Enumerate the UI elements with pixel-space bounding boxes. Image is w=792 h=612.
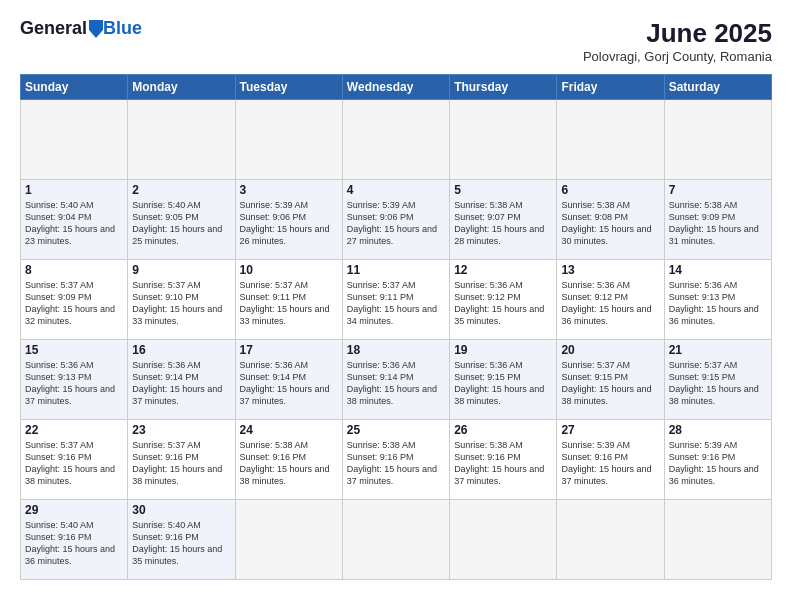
calendar-cell xyxy=(21,100,128,180)
calendar-cell: 3Sunrise: 5:39 AMSunset: 9:06 PMDaylight… xyxy=(235,180,342,260)
calendar-cell: 14Sunrise: 5:36 AMSunset: 9:13 PMDayligh… xyxy=(664,260,771,340)
col-header-sunday: Sunday xyxy=(21,75,128,100)
day-info: Sunrise: 5:38 AMSunset: 9:16 PMDaylight:… xyxy=(240,439,338,488)
day-info: Sunrise: 5:36 AMSunset: 9:14 PMDaylight:… xyxy=(240,359,338,408)
logo-icon xyxy=(89,20,103,38)
logo: General Blue xyxy=(20,18,142,39)
day-info: Sunrise: 5:38 AMSunset: 9:16 PMDaylight:… xyxy=(347,439,445,488)
day-number: 20 xyxy=(561,343,659,357)
calendar-cell xyxy=(235,500,342,580)
day-info: Sunrise: 5:36 AMSunset: 9:13 PMDaylight:… xyxy=(25,359,123,408)
calendar-cell: 10Sunrise: 5:37 AMSunset: 9:11 PMDayligh… xyxy=(235,260,342,340)
day-info: Sunrise: 5:39 AMSunset: 9:16 PMDaylight:… xyxy=(669,439,767,488)
calendar-cell: 16Sunrise: 5:36 AMSunset: 9:14 PMDayligh… xyxy=(128,340,235,420)
calendar-week-1: 1Sunrise: 5:40 AMSunset: 9:04 PMDaylight… xyxy=(21,180,772,260)
day-info: Sunrise: 5:36 AMSunset: 9:12 PMDaylight:… xyxy=(454,279,552,328)
calendar-cell: 9Sunrise: 5:37 AMSunset: 9:10 PMDaylight… xyxy=(128,260,235,340)
day-number: 4 xyxy=(347,183,445,197)
title-area: June 2025 Polovragi, Gorj County, Romani… xyxy=(583,18,772,64)
day-number: 9 xyxy=(132,263,230,277)
svg-marker-0 xyxy=(89,20,103,38)
calendar-cell: 18Sunrise: 5:36 AMSunset: 9:14 PMDayligh… xyxy=(342,340,449,420)
calendar-cell: 6Sunrise: 5:38 AMSunset: 9:08 PMDaylight… xyxy=(557,180,664,260)
calendar-cell xyxy=(235,100,342,180)
day-number: 13 xyxy=(561,263,659,277)
calendar-cell: 19Sunrise: 5:36 AMSunset: 9:15 PMDayligh… xyxy=(450,340,557,420)
calendar-page: General Blue June 2025 Polovragi, Gorj C… xyxy=(0,0,792,612)
day-number: 16 xyxy=(132,343,230,357)
month-title: June 2025 xyxy=(583,18,772,49)
day-number: 1 xyxy=(25,183,123,197)
col-header-wednesday: Wednesday xyxy=(342,75,449,100)
day-number: 22 xyxy=(25,423,123,437)
calendar-cell: 27Sunrise: 5:39 AMSunset: 9:16 PMDayligh… xyxy=(557,420,664,500)
day-number: 2 xyxy=(132,183,230,197)
calendar-cell xyxy=(342,500,449,580)
calendar-cell: 22Sunrise: 5:37 AMSunset: 9:16 PMDayligh… xyxy=(21,420,128,500)
calendar-cell: 7Sunrise: 5:38 AMSunset: 9:09 PMDaylight… xyxy=(664,180,771,260)
calendar-cell: 23Sunrise: 5:37 AMSunset: 9:16 PMDayligh… xyxy=(128,420,235,500)
calendar-cell xyxy=(128,100,235,180)
calendar-cell: 28Sunrise: 5:39 AMSunset: 9:16 PMDayligh… xyxy=(664,420,771,500)
col-header-thursday: Thursday xyxy=(450,75,557,100)
day-info: Sunrise: 5:37 AMSunset: 9:16 PMDaylight:… xyxy=(25,439,123,488)
day-info: Sunrise: 5:36 AMSunset: 9:13 PMDaylight:… xyxy=(669,279,767,328)
logo-general-text: General xyxy=(20,18,87,39)
day-number: 14 xyxy=(669,263,767,277)
day-info: Sunrise: 5:40 AMSunset: 9:04 PMDaylight:… xyxy=(25,199,123,248)
day-info: Sunrise: 5:37 AMSunset: 9:10 PMDaylight:… xyxy=(132,279,230,328)
day-info: Sunrise: 5:37 AMSunset: 9:11 PMDaylight:… xyxy=(347,279,445,328)
day-number: 17 xyxy=(240,343,338,357)
day-number: 5 xyxy=(454,183,552,197)
calendar-cell: 1Sunrise: 5:40 AMSunset: 9:04 PMDaylight… xyxy=(21,180,128,260)
header-row: SundayMondayTuesdayWednesdayThursdayFrid… xyxy=(21,75,772,100)
calendar-cell xyxy=(557,100,664,180)
day-info: Sunrise: 5:37 AMSunset: 9:09 PMDaylight:… xyxy=(25,279,123,328)
calendar-cell xyxy=(557,500,664,580)
calendar-cell xyxy=(664,500,771,580)
day-number: 11 xyxy=(347,263,445,277)
calendar-cell: 29Sunrise: 5:40 AMSunset: 9:16 PMDayligh… xyxy=(21,500,128,580)
calendar-week-2: 8Sunrise: 5:37 AMSunset: 9:09 PMDaylight… xyxy=(21,260,772,340)
day-number: 26 xyxy=(454,423,552,437)
calendar-cell: 15Sunrise: 5:36 AMSunset: 9:13 PMDayligh… xyxy=(21,340,128,420)
day-number: 15 xyxy=(25,343,123,357)
calendar-cell: 30Sunrise: 5:40 AMSunset: 9:16 PMDayligh… xyxy=(128,500,235,580)
day-info: Sunrise: 5:36 AMSunset: 9:14 PMDaylight:… xyxy=(347,359,445,408)
logo-blue-text: Blue xyxy=(103,18,142,39)
calendar-cell: 5Sunrise: 5:38 AMSunset: 9:07 PMDaylight… xyxy=(450,180,557,260)
calendar-cell: 11Sunrise: 5:37 AMSunset: 9:11 PMDayligh… xyxy=(342,260,449,340)
day-number: 19 xyxy=(454,343,552,357)
col-header-monday: Monday xyxy=(128,75,235,100)
day-number: 3 xyxy=(240,183,338,197)
calendar-cell: 26Sunrise: 5:38 AMSunset: 9:16 PMDayligh… xyxy=(450,420,557,500)
day-number: 25 xyxy=(347,423,445,437)
day-info: Sunrise: 5:38 AMSunset: 9:08 PMDaylight:… xyxy=(561,199,659,248)
calendar-cell: 21Sunrise: 5:37 AMSunset: 9:15 PMDayligh… xyxy=(664,340,771,420)
day-number: 30 xyxy=(132,503,230,517)
calendar-week-5: 29Sunrise: 5:40 AMSunset: 9:16 PMDayligh… xyxy=(21,500,772,580)
day-info: Sunrise: 5:37 AMSunset: 9:15 PMDaylight:… xyxy=(669,359,767,408)
day-number: 18 xyxy=(347,343,445,357)
calendar-cell xyxy=(664,100,771,180)
day-number: 21 xyxy=(669,343,767,357)
day-info: Sunrise: 5:39 AMSunset: 9:06 PMDaylight:… xyxy=(347,199,445,248)
calendar-cell: 17Sunrise: 5:36 AMSunset: 9:14 PMDayligh… xyxy=(235,340,342,420)
day-info: Sunrise: 5:38 AMSunset: 9:16 PMDaylight:… xyxy=(454,439,552,488)
day-info: Sunrise: 5:40 AMSunset: 9:16 PMDaylight:… xyxy=(132,519,230,568)
day-number: 29 xyxy=(25,503,123,517)
calendar-cell: 20Sunrise: 5:37 AMSunset: 9:15 PMDayligh… xyxy=(557,340,664,420)
day-number: 6 xyxy=(561,183,659,197)
calendar-cell xyxy=(450,100,557,180)
day-info: Sunrise: 5:39 AMSunset: 9:16 PMDaylight:… xyxy=(561,439,659,488)
day-info: Sunrise: 5:38 AMSunset: 9:09 PMDaylight:… xyxy=(669,199,767,248)
location: Polovragi, Gorj County, Romania xyxy=(583,49,772,64)
calendar-week-3: 15Sunrise: 5:36 AMSunset: 9:13 PMDayligh… xyxy=(21,340,772,420)
day-info: Sunrise: 5:37 AMSunset: 9:16 PMDaylight:… xyxy=(132,439,230,488)
calendar-cell xyxy=(342,100,449,180)
calendar-cell: 4Sunrise: 5:39 AMSunset: 9:06 PMDaylight… xyxy=(342,180,449,260)
day-number: 24 xyxy=(240,423,338,437)
day-number: 12 xyxy=(454,263,552,277)
day-number: 23 xyxy=(132,423,230,437)
calendar-cell: 8Sunrise: 5:37 AMSunset: 9:09 PMDaylight… xyxy=(21,260,128,340)
